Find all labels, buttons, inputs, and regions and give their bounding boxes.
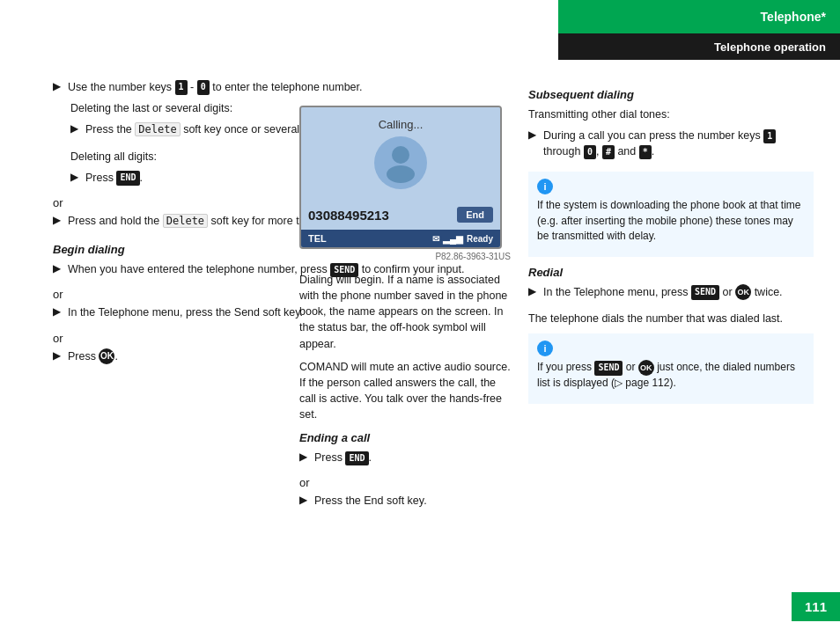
bullet-press-end-call: ▶ Press END. [299, 450, 511, 471]
send-badge-redial: SEND [691, 285, 719, 300]
subsequent-dialing-label: Subsequent dialing [528, 88, 814, 101]
ok-circle-info2: OK [638, 360, 654, 376]
delete-key2: Delete [163, 214, 208, 228]
svg-point-0 [392, 146, 409, 164]
key-0-right: 0 [584, 145, 596, 160]
header-subtitle: Telephone operation [558, 33, 840, 60]
bullet-arrow2: ▶ [70, 122, 78, 135]
contact-silhouette [379, 141, 423, 185]
signal-icon: ▂▄▆ [443, 234, 463, 244]
phone-caption: P82.86-3963-31US [299, 252, 511, 261]
calling-text: Calling... [301, 107, 500, 203]
status-bar-left: TEL [308, 233, 327, 244]
bullet-arrow9: ▶ [299, 494, 307, 506]
bullet-during-call: ▶ During a call you can press the number… [528, 128, 814, 165]
bullet-arrow5: ▶ [53, 262, 61, 275]
key-1-badge: 1 [175, 80, 188, 95]
phone-number: 03088495213 [308, 208, 389, 223]
bullet-use-number-keys: ▶ Use the number keys 1 - 0 to enter the… [53, 79, 541, 95]
redial-label: Redial [528, 266, 814, 279]
bullet-arrow4: ▶ [53, 214, 61, 226]
contact-image [374, 136, 427, 189]
phone-status-bar: TEL ✉ ▂▄▆ Ready [301, 230, 500, 247]
delete-key: Delete [135, 122, 180, 136]
right-column: Subsequent dialing Transmitting other di… [528, 79, 814, 595]
end-key-badge: END [116, 171, 139, 186]
info-box-2: i If you press SEND or OK just once, the… [528, 333, 814, 403]
page-number: 111 [792, 592, 840, 621]
end-badge-call: END [345, 451, 368, 466]
bullet-press-end-soft: ▶ Press the End soft key. [299, 493, 511, 514]
bullet-arrow: ▶ [53, 80, 61, 92]
dialing-will-begin: Dialing will begin. If a name is associa… [299, 272, 511, 352]
phone-number-row: 03088495213 End [301, 203, 500, 230]
bullet-arrow11: ▶ [528, 285, 536, 297]
transmitting-text: Transmitting other dial tones: [528, 106, 814, 122]
info-icon-2: i [537, 341, 553, 356]
info1-text: If the system is downloading the phone b… [537, 198, 805, 244]
or-text-4: or [299, 476, 511, 489]
info-box-1: i If the system is downloading the phone… [528, 172, 814, 256]
phone-screen-area: Calling... 03088495213 End TEL ✉ ▂▄▆ Rea… [299, 106, 511, 519]
phone-end-button[interactable]: End [457, 207, 493, 223]
comand-will-mute: COMAND will mute an active audio source.… [299, 359, 511, 423]
envelope-icon: ✉ [432, 234, 439, 244]
key-hash-right: # [602, 145, 615, 160]
send-badge-info2: SEND [594, 361, 623, 376]
middle-column-text: Dialing will begin. If a name is associa… [299, 272, 511, 514]
ending-call-label: Ending a call [299, 431, 511, 444]
bullet-redial: ▶ In the Telephone menu, press SEND or O… [528, 284, 814, 306]
status-bar-right: ✉ ▂▄▆ Ready [432, 234, 493, 244]
bullet-arrow3: ▶ [70, 171, 78, 183]
ok-key-circle: OK [99, 348, 114, 364]
key-1-right: 1 [763, 129, 776, 144]
key-star-right: * [639, 145, 652, 160]
info2-text: If you press SEND or OK just once, the d… [537, 360, 805, 391]
header: Telephone* Telephone operation [558, 0, 840, 60]
svg-point-1 [387, 165, 415, 183]
bullet-arrow7: ▶ [53, 349, 61, 362]
phone-screen: Calling... 03088495213 End TEL ✉ ▂▄▆ Rea… [299, 106, 502, 249]
header-title: Telephone* [558, 0, 840, 33]
telephone-dials-text: The telephone dials the number that was … [528, 311, 814, 326]
bullet-arrow6: ▶ [53, 305, 61, 318]
info-icon-1: i [537, 179, 553, 194]
key-0-badge: 0 [197, 80, 210, 95]
ok-circle-redial: OK [735, 284, 751, 300]
bullet-arrow8: ▶ [299, 451, 307, 463]
bullet-arrow10: ▶ [528, 128, 536, 141]
